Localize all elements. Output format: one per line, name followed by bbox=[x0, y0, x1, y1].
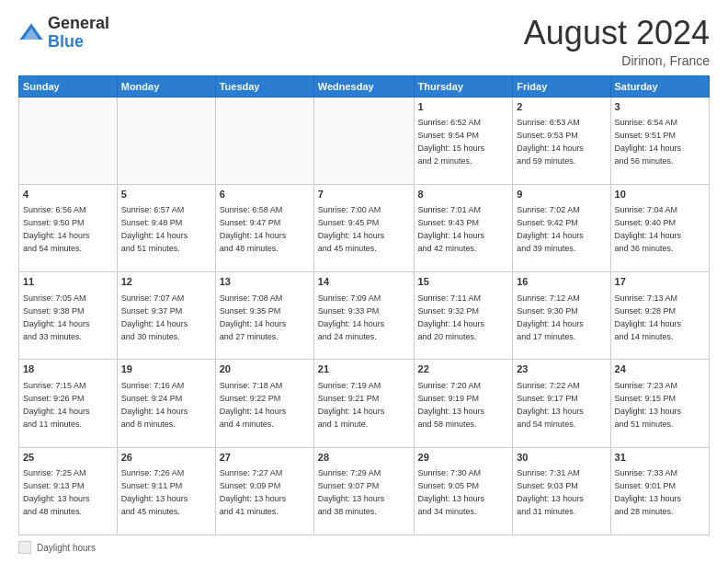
day-info: Sunrise: 7:29 AM Sunset: 9:07 PM Dayligh… bbox=[318, 468, 385, 516]
calendar-cell: 21Sunrise: 7:19 AM Sunset: 9:21 PM Dayli… bbox=[313, 360, 414, 447]
day-info: Sunrise: 7:07 AM Sunset: 9:37 PM Dayligh… bbox=[121, 293, 188, 341]
calendar-cell bbox=[19, 97, 118, 184]
calendar-cell: 9Sunrise: 7:02 AM Sunset: 9:42 PM Daylig… bbox=[513, 184, 610, 271]
day-info: Sunrise: 7:19 AM Sunset: 9:21 PM Dayligh… bbox=[318, 381, 385, 429]
day-number: 9 bbox=[517, 188, 606, 201]
calendar-cell: 15Sunrise: 7:11 AM Sunset: 9:32 PM Dayli… bbox=[414, 272, 513, 360]
day-number: 28 bbox=[318, 451, 410, 465]
calendar-week-2: 4Sunrise: 6:56 AM Sunset: 9:50 PM Daylig… bbox=[19, 184, 710, 271]
day-info: Sunrise: 6:56 AM Sunset: 9:50 PM Dayligh… bbox=[23, 205, 90, 253]
day-number: 25 bbox=[23, 451, 113, 465]
logo-icon bbox=[18, 20, 44, 46]
day-number: 20 bbox=[220, 362, 310, 376]
day-number: 15 bbox=[418, 275, 509, 289]
calendar-cell: 26Sunrise: 7:26 AM Sunset: 9:11 PM Dayli… bbox=[117, 447, 215, 534]
calendar-cell: 28Sunrise: 7:29 AM Sunset: 9:07 PM Dayli… bbox=[313, 447, 414, 534]
day-info: Sunrise: 6:53 AM Sunset: 9:53 PM Dayligh… bbox=[517, 118, 584, 166]
calendar-cell: 7Sunrise: 7:00 AM Sunset: 9:45 PM Daylig… bbox=[313, 184, 414, 271]
calendar-cell: 3Sunrise: 6:54 AM Sunset: 9:51 PM Daylig… bbox=[610, 97, 709, 184]
day-number: 30 bbox=[517, 451, 606, 465]
day-number: 6 bbox=[220, 188, 310, 201]
calendar-week-1: 1Sunrise: 6:52 AM Sunset: 9:54 PM Daylig… bbox=[19, 97, 710, 184]
day-number: 8 bbox=[418, 188, 509, 201]
calendar-header-monday: Monday bbox=[117, 75, 215, 97]
calendar-week-3: 11Sunrise: 7:05 AM Sunset: 9:38 PM Dayli… bbox=[19, 272, 710, 360]
day-info: Sunrise: 6:54 AM Sunset: 9:51 PM Dayligh… bbox=[615, 118, 682, 166]
calendar-cell: 6Sunrise: 6:58 AM Sunset: 9:47 PM Daylig… bbox=[215, 184, 313, 271]
day-info: Sunrise: 7:01 AM Sunset: 9:43 PM Dayligh… bbox=[418, 205, 485, 253]
day-number: 17 bbox=[615, 275, 705, 289]
day-number: 11 bbox=[23, 275, 113, 289]
day-number: 16 bbox=[517, 275, 606, 289]
day-number: 4 bbox=[23, 188, 113, 201]
day-info: Sunrise: 7:11 AM Sunset: 9:32 PM Dayligh… bbox=[418, 293, 485, 341]
day-info: Sunrise: 7:15 AM Sunset: 9:26 PM Dayligh… bbox=[23, 381, 90, 429]
calendar-cell: 11Sunrise: 7:05 AM Sunset: 9:38 PM Dayli… bbox=[19, 272, 118, 360]
day-info: Sunrise: 7:23 AM Sunset: 9:15 PM Dayligh… bbox=[615, 381, 682, 429]
day-info: Sunrise: 7:13 AM Sunset: 9:28 PM Dayligh… bbox=[615, 293, 682, 341]
logo: GeneralBlue bbox=[18, 15, 109, 52]
day-info: Sunrise: 7:25 AM Sunset: 9:13 PM Dayligh… bbox=[23, 468, 90, 516]
day-info: Sunrise: 7:16 AM Sunset: 9:24 PM Dayligh… bbox=[121, 381, 188, 429]
calendar-cell: 23Sunrise: 7:22 AM Sunset: 9:17 PM Dayli… bbox=[513, 360, 610, 447]
day-number: 13 bbox=[220, 275, 310, 289]
calendar-week-5: 25Sunrise: 7:25 AM Sunset: 9:13 PM Dayli… bbox=[19, 447, 710, 534]
calendar-header-row: SundayMondayTuesdayWednesdayThursdayFrid… bbox=[19, 75, 710, 97]
day-info: Sunrise: 7:12 AM Sunset: 9:30 PM Dayligh… bbox=[517, 293, 584, 341]
footer: Daylight hours bbox=[18, 541, 710, 554]
day-info: Sunrise: 7:22 AM Sunset: 9:17 PM Dayligh… bbox=[517, 381, 584, 429]
calendar-cell: 16Sunrise: 7:12 AM Sunset: 9:30 PM Dayli… bbox=[513, 272, 610, 360]
footer-box bbox=[18, 541, 31, 554]
day-info: Sunrise: 7:08 AM Sunset: 9:35 PM Dayligh… bbox=[220, 293, 287, 341]
calendar-cell: 14Sunrise: 7:09 AM Sunset: 9:33 PM Dayli… bbox=[313, 272, 414, 360]
day-number: 19 bbox=[121, 362, 211, 376]
day-info: Sunrise: 7:31 AM Sunset: 9:03 PM Dayligh… bbox=[517, 468, 584, 516]
day-number: 10 bbox=[615, 188, 705, 201]
calendar-cell: 17Sunrise: 7:13 AM Sunset: 9:28 PM Dayli… bbox=[610, 272, 709, 360]
calendar-cell: 20Sunrise: 7:18 AM Sunset: 9:22 PM Dayli… bbox=[215, 360, 313, 447]
calendar-cell bbox=[215, 97, 313, 184]
calendar-cell: 10Sunrise: 7:04 AM Sunset: 9:40 PM Dayli… bbox=[610, 184, 709, 271]
calendar-header-tuesday: Tuesday bbox=[215, 75, 313, 97]
day-info: Sunrise: 6:57 AM Sunset: 9:48 PM Dayligh… bbox=[121, 205, 188, 253]
location: Dirinon, France bbox=[524, 53, 710, 68]
calendar-cell: 25Sunrise: 7:25 AM Sunset: 9:13 PM Dayli… bbox=[19, 447, 118, 534]
calendar-week-4: 18Sunrise: 7:15 AM Sunset: 9:26 PM Dayli… bbox=[19, 360, 710, 447]
calendar-cell bbox=[313, 97, 414, 184]
day-number: 24 bbox=[615, 362, 705, 376]
day-info: Sunrise: 6:58 AM Sunset: 9:47 PM Dayligh… bbox=[220, 205, 287, 253]
footer-label: Daylight hours bbox=[37, 543, 96, 553]
day-number: 5 bbox=[121, 188, 211, 201]
calendar-header-thursday: Thursday bbox=[414, 75, 513, 97]
calendar-header-saturday: Saturday bbox=[610, 75, 709, 97]
day-info: Sunrise: 7:04 AM Sunset: 9:40 PM Dayligh… bbox=[615, 205, 682, 253]
day-info: Sunrise: 7:02 AM Sunset: 9:42 PM Dayligh… bbox=[517, 205, 584, 253]
calendar-cell: 2Sunrise: 6:53 AM Sunset: 9:53 PM Daylig… bbox=[513, 97, 610, 184]
calendar-cell: 24Sunrise: 7:23 AM Sunset: 9:15 PM Dayli… bbox=[610, 360, 709, 447]
logo-text: GeneralBlue bbox=[48, 15, 109, 52]
page: GeneralBlue August 2024 Dirinon, France … bbox=[0, 0, 728, 563]
calendar-cell bbox=[117, 97, 215, 184]
calendar-header-friday: Friday bbox=[513, 75, 610, 97]
day-info: Sunrise: 7:26 AM Sunset: 9:11 PM Dayligh… bbox=[121, 468, 188, 516]
day-info: Sunrise: 7:00 AM Sunset: 9:45 PM Dayligh… bbox=[318, 205, 385, 253]
day-number: 7 bbox=[318, 188, 410, 201]
calendar-cell: 27Sunrise: 7:27 AM Sunset: 9:09 PM Dayli… bbox=[215, 447, 313, 534]
day-number: 12 bbox=[121, 275, 211, 289]
day-info: Sunrise: 7:09 AM Sunset: 9:33 PM Dayligh… bbox=[318, 293, 385, 341]
day-info: Sunrise: 7:18 AM Sunset: 9:22 PM Dayligh… bbox=[220, 381, 287, 429]
calendar-cell: 1Sunrise: 6:52 AM Sunset: 9:54 PM Daylig… bbox=[414, 97, 513, 184]
calendar-cell: 13Sunrise: 7:08 AM Sunset: 9:35 PM Dayli… bbox=[215, 272, 313, 360]
calendar-header-sunday: Sunday bbox=[19, 75, 118, 97]
day-number: 31 bbox=[615, 451, 705, 465]
calendar-table: SundayMondayTuesdayWednesdayThursdayFrid… bbox=[18, 75, 710, 535]
calendar-cell: 19Sunrise: 7:16 AM Sunset: 9:24 PM Dayli… bbox=[117, 360, 215, 447]
header: GeneralBlue August 2024 Dirinon, France bbox=[18, 15, 710, 68]
day-number: 3 bbox=[615, 100, 705, 114]
day-number: 22 bbox=[418, 362, 509, 376]
calendar-cell: 12Sunrise: 7:07 AM Sunset: 9:37 PM Dayli… bbox=[117, 272, 215, 360]
day-number: 26 bbox=[121, 451, 211, 465]
day-number: 2 bbox=[517, 100, 606, 114]
day-number: 21 bbox=[318, 362, 410, 376]
day-info: Sunrise: 7:20 AM Sunset: 9:19 PM Dayligh… bbox=[418, 381, 485, 429]
